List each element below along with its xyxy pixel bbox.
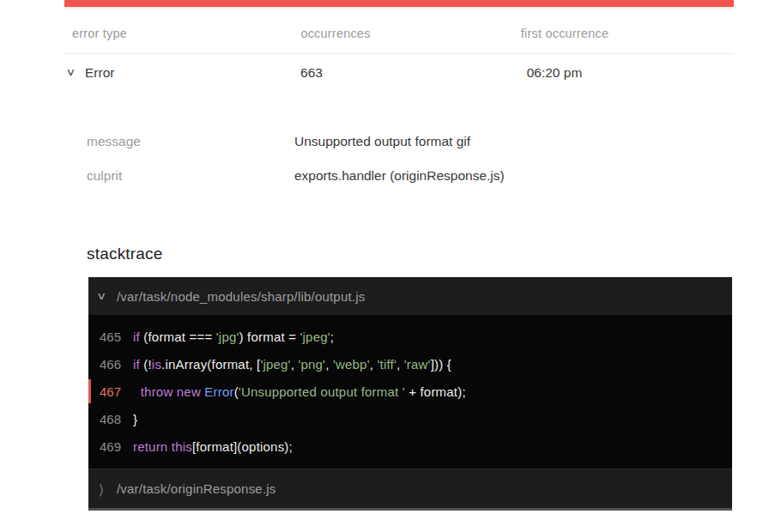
code-line: 465if (format === 'jpg') format = 'jpeg'… [88,323,732,350]
error-type-value: Error [85,65,114,81]
culprit-label: culprit [87,168,122,183]
code-line: 469return this[format](options); [88,432,732,460]
stack-frame-header-origin-response-js[interactable]: 〉 /var/task/originResponse.js [88,469,732,508]
message-row: message Unsupported output format gif [87,134,705,149]
frame-path: /var/task/node_modules/sharp/lib/output.… [117,289,365,304]
chevron-down-icon[interactable]: ∨ [65,66,76,78]
code-text: if (format === 'jpg') format = 'jpeg'; [133,329,334,344]
code-line-error: 467 throw new Error('Unsupported output … [88,378,732,405]
column-header-error-type: error type [72,27,127,40]
error-table-header: error type occurrences first occurrence [64,27,734,45]
stacktrace-panel: ∨ /var/task/node_modules/sharp/lib/outpu… [88,277,732,511]
chevron-right-icon: 〉 [100,481,117,498]
column-header-occurrences: occurrences [233,27,439,40]
occurrences-value: 663 [209,65,415,81]
error-detail-page: error type occurrences first occurrence … [0,0,781,532]
message-label: message [87,134,141,148]
frame-path: /var/task/originResponse.js [117,481,275,496]
code-text: } [133,412,137,426]
code-text: return this[format](options); [133,439,293,454]
chevron-down-icon: ∨ [96,290,120,302]
line-number: 469 [88,439,121,454]
stack-frame-header-output-js[interactable]: ∨ /var/task/node_modules/sharp/lib/outpu… [88,277,732,315]
code-line: 468} [88,405,732,432]
column-header-first-occurrence: first occurrence [462,27,668,40]
line-number: 467 [88,384,121,399]
error-accent-bar [64,0,734,7]
first-occurrence-value: 06:20 pm [451,65,657,81]
line-number: 466 [88,357,121,372]
stacktrace-heading: stacktrace [87,245,163,263]
culprit-value: exports.handler (originResponse.js) [294,168,505,184]
message-value: Unsupported output format gif [294,134,470,149]
code-text: throw new Error('Unsupported output form… [133,384,466,399]
code-line: 466if (!is.inArray(format, ['jpeg', 'png… [88,350,732,378]
culprit-row: culprit exports.handler (originResponse.… [87,168,705,184]
code-lines: 465if (format === 'jpg') format = 'jpeg'… [88,315,732,469]
table-divider [64,53,734,54]
line-number: 468 [88,412,121,426]
error-row[interactable]: ∨ Error 663 06:20 pm [64,65,734,86]
code-text: if (!is.inArray(format, ['jpeg', 'png', … [133,357,451,372]
line-number: 465 [88,329,121,344]
